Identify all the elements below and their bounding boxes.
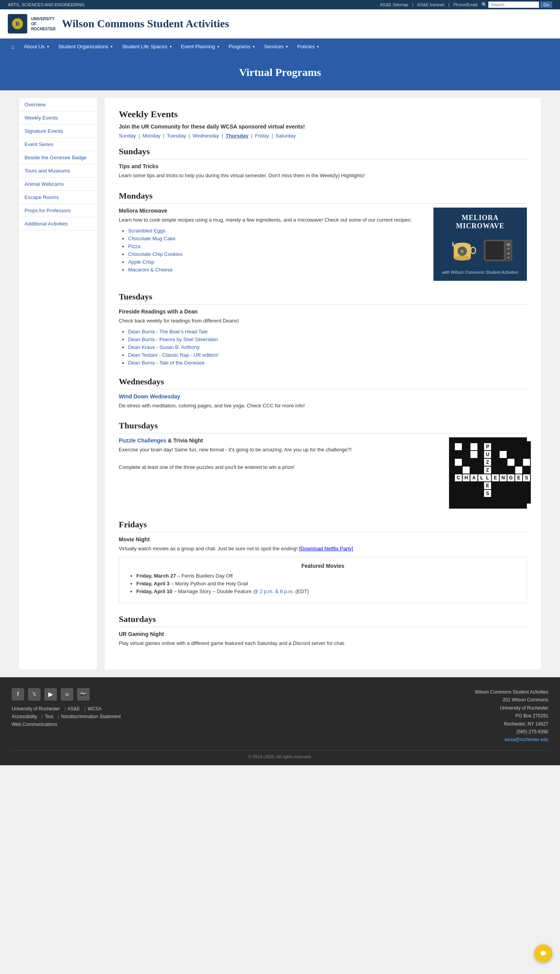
- meliora-microwave-image: MELIORA MICROWAVE R: [433, 208, 527, 281]
- footer-copyright: © 2013–2020. All rights reserved.: [12, 750, 548, 759]
- svg-point-14: [507, 247, 510, 250]
- day-link-thursday[interactable]: Thursday: [225, 133, 248, 139]
- svg-rect-61: [523, 459, 530, 466]
- ase-sitemap-link[interactable]: AS&E Sitemap: [380, 2, 409, 7]
- svg-rect-57: [515, 451, 522, 458]
- sidebar-item-animal-webcams[interactable]: Animal Webcams: [19, 178, 97, 191]
- sidebar-item-props-professors[interactable]: Props for Professors: [19, 204, 97, 217]
- day-link-saturday[interactable]: Saturday: [275, 133, 296, 139]
- nav-services[interactable]: Services ▾: [259, 39, 292, 54]
- nav-student-organizations[interactable]: Student Organizations ▾: [54, 39, 118, 54]
- sidebar: Overview Weekly Events Signature Events …: [19, 98, 97, 669]
- reading-link-3[interactable]: Dean Kraus - Susan B. Anthony: [128, 344, 200, 350]
- nav-programs[interactable]: Programs ▾: [224, 39, 259, 54]
- recipe-link-scrambled-eggs[interactable]: Scrambled Eggs: [128, 228, 165, 234]
- footer-links-row-1: University of Rochester | AS&E | WCSA: [12, 706, 123, 712]
- recipe-link-cookies[interactable]: Chocolate Chip Cookies: [128, 251, 182, 257]
- puzzle-challenges-link[interactable]: Puzzle Challenges: [119, 437, 166, 444]
- movie-time-link-2pm[interactable]: @ 2 p.m.: [253, 588, 274, 594]
- svg-text:S: S: [486, 491, 489, 496]
- search-form: 🔍 Go: [481, 2, 552, 8]
- sundays-subheading: Tips and Tricks: [119, 163, 527, 169]
- nav-event-planning[interactable]: Event Planning ▾: [176, 39, 224, 54]
- recipe-link-apple-crisp[interactable]: Apple Crisp: [128, 259, 154, 265]
- nav-policies[interactable]: Policies ▾: [292, 39, 324, 54]
- sidebar-item-additional-activities[interactable]: Additional Activities: [19, 217, 97, 231]
- footer-link-nondiscrimination[interactable]: Nondiscrimination Statement: [61, 714, 121, 719]
- instagram-icon[interactable]: 📷: [77, 688, 90, 701]
- thursdays-subheading-rest: & Trivia Night: [168, 437, 203, 444]
- nav-student-life-spaces[interactable]: Student Life Spaces ▾: [117, 39, 176, 54]
- footer-link-text[interactable]: Text: [45, 714, 53, 719]
- mondays-text: Learn how to cook simple recipes using a…: [119, 216, 426, 224]
- day-link-sunday[interactable]: Sunday: [119, 133, 136, 139]
- wind-down-link[interactable]: Wind Down Wednesday: [119, 393, 180, 400]
- reading-link-5[interactable]: Dean Burns - Tale of the Genesee: [128, 360, 204, 366]
- puzzle-image: P U Z Z L E: [449, 437, 527, 509]
- footer-link-accessibility[interactable]: Accessibility: [12, 714, 37, 719]
- svg-rect-55: [500, 451, 507, 458]
- featured-movies-box: Featured Movies Friday, March 27 – Ferri…: [119, 557, 527, 603]
- sundays-section: Sundays Tips and Tricks Learn some tips …: [119, 146, 527, 180]
- recipe-link-pizza[interactable]: Pizza: [128, 243, 141, 249]
- sidebar-item-beside-genesee[interactable]: Beside the Genesee Badge: [19, 151, 97, 164]
- twitter-icon[interactable]: 𝕏: [28, 688, 41, 701]
- day-link-monday[interactable]: Monday: [143, 133, 160, 139]
- mondays-subheading: Meliora Microwave: [119, 208, 426, 214]
- footer-link-web-communications[interactable]: Web Communications: [12, 722, 57, 727]
- recipe-link-chocolate-mug-cake[interactable]: Chocolate Mug Cake: [128, 236, 175, 241]
- ase-intranet-link[interactable]: AS&E Intranet: [417, 2, 444, 7]
- footer-link-ur[interactable]: University of Rochester: [12, 706, 60, 712]
- svg-text:C: C: [457, 475, 460, 481]
- sidebar-item-signature-events[interactable]: Signature Events: [19, 125, 97, 138]
- svg-rect-52: [470, 443, 477, 450]
- linkedin-icon[interactable]: in: [61, 688, 73, 701]
- search-input[interactable]: [488, 2, 539, 8]
- sidebar-item-event-series[interactable]: Event Series: [19, 138, 97, 151]
- thursday-content: Puzzle Challenges & Trivia Night Exercis…: [119, 437, 527, 509]
- footer-link-ase[interactable]: AS&E: [67, 706, 80, 712]
- meliora-box: MELIORA MICROWAVE R: [433, 208, 527, 281]
- svg-rect-50: [455, 443, 462, 450]
- day-link-tuesday[interactable]: Tuesday: [167, 133, 186, 139]
- reading-link-1[interactable]: Dean Burns - The Boar's Head Tale: [128, 329, 208, 335]
- svg-text:H: H: [465, 475, 468, 481]
- youtube-icon[interactable]: ▶: [44, 688, 57, 701]
- saturdays-text: Play virtual games online with a differe…: [119, 639, 527, 648]
- list-item: Apple Crisp: [128, 259, 426, 265]
- footer-links-row-2: Accessibility | Text | Nondiscrimination…: [12, 714, 123, 719]
- footer-link-wcsa[interactable]: WCSA: [88, 706, 102, 712]
- day-link-wednesday[interactable]: Wednesday: [192, 133, 219, 139]
- svg-text:E: E: [494, 475, 497, 481]
- sidebar-item-overview[interactable]: Overview: [19, 98, 97, 111]
- tuesdays-text: Check back weekly for readings from diff…: [119, 317, 527, 325]
- sidebar-item-tours-museums[interactable]: Tours and Museums: [19, 164, 97, 178]
- svg-rect-51: [463, 443, 470, 450]
- reading-link-4[interactable]: Dean Testani - Classic Rap - UR edition!: [128, 352, 218, 358]
- phone-email-link[interactable]: Phone/Email: [453, 2, 477, 7]
- sidebar-item-escape-rooms[interactable]: Escape Rooms: [19, 191, 97, 204]
- microwave-illustration: [483, 237, 514, 264]
- sidebar-item-weekly-events[interactable]: Weekly Events: [19, 111, 97, 125]
- fridays-section: Fridays Movie Night Virtually watch movi…: [119, 520, 527, 603]
- svg-point-4: [454, 256, 471, 261]
- day-link-friday[interactable]: Friday: [255, 133, 269, 139]
- wednesdays-section: Wednesdays Wind Down Wednesday De-stress…: [119, 377, 527, 410]
- thursday-text: Puzzle Challenges & Trivia Night Exercis…: [119, 437, 441, 475]
- netflix-party-link[interactable]: [Download Netflix Party]: [299, 546, 353, 551]
- list-item: Friday, April 10 – Marriage Story – Doub…: [136, 588, 519, 594]
- reading-link-2[interactable]: Dean Burns - Poems by Shel Silverstein: [128, 336, 218, 342]
- list-item: Friday, April 3 – Monty Python and the H…: [136, 581, 519, 587]
- site-header: R UNIVERSITYOFROCHESTER Wilson Commons S…: [0, 9, 560, 39]
- site-department: ARTS, SCIENCES AND ENGINEERING: [8, 2, 85, 7]
- movie-time-link-8pm[interactable]: & 8 p.m.: [275, 588, 294, 594]
- footer-email-link[interactable]: wcsa@rochester.edu: [505, 737, 548, 742]
- search-button[interactable]: Go: [540, 2, 552, 8]
- site-logo: R UNIVERSITYOFROCHESTER: [8, 14, 56, 33]
- nav-about-us[interactable]: About Us ▾: [19, 39, 53, 54]
- recipe-link-macaroni[interactable]: Macaroni & Cheese: [128, 267, 173, 273]
- nav-home[interactable]: ⌂: [6, 39, 19, 55]
- svg-rect-56: [507, 459, 514, 466]
- facebook-icon[interactable]: f: [12, 688, 24, 701]
- svg-rect-59: [463, 467, 470, 474]
